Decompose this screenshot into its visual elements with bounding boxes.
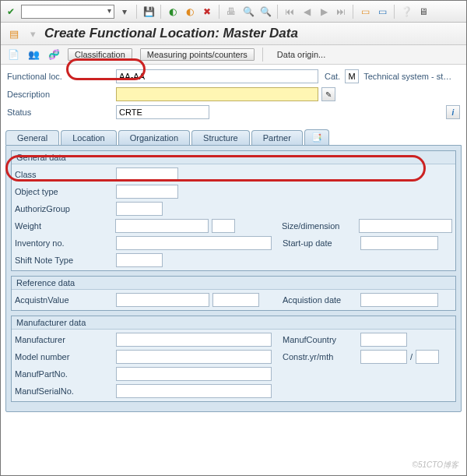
app-icon: ▤	[7, 26, 21, 41]
acq-value-input[interactable]	[116, 293, 209, 307]
size-dim-label: Size/dimension	[282, 221, 359, 231]
acq-date-input[interactable]	[360, 293, 438, 307]
constr-month-input[interactable]	[416, 350, 439, 364]
back-icon[interactable]: ◐	[166, 5, 180, 19]
network-icon[interactable]: 🧬	[47, 48, 60, 61]
print-icon: 🖶	[224, 5, 238, 19]
separator	[277, 5, 278, 19]
manufacturer-input[interactable]	[116, 333, 272, 347]
users-icon[interactable]: 👥	[27, 48, 40, 61]
find-next-icon: 🔍	[258, 5, 272, 19]
status-input[interactable]	[116, 105, 209, 119]
manuf-country-label: ManufCountry	[283, 335, 360, 344]
measuring-points-button[interactable]: Measuring points/counters	[140, 48, 255, 61]
manuf-serial-label: ManufSerialNo.	[15, 386, 116, 396]
save-icon[interactable]: 💾	[142, 5, 156, 19]
description-label: Description	[7, 90, 116, 99]
group-title: General data	[12, 151, 455, 164]
start-up-label: Start-up date	[283, 238, 360, 248]
object-type-input[interactable]	[116, 185, 178, 199]
manuf-serial-input[interactable]	[116, 384, 272, 398]
separator	[136, 5, 137, 19]
separator	[160, 5, 161, 19]
shift-note-input[interactable]	[116, 253, 163, 267]
tab-partner[interactable]: Partner	[251, 130, 303, 145]
separator	[394, 5, 395, 19]
manuf-country-input[interactable]	[360, 333, 407, 347]
authoriz-group-label: AuthorizGroup	[15, 204, 116, 213]
status-label: Status	[7, 108, 116, 117]
acq-date-label: Acquistion date	[283, 295, 360, 305]
manufacturer-label: Manufacturer	[15, 335, 116, 344]
new-session-icon[interactable]: ▭	[358, 5, 372, 19]
slash: /	[410, 352, 413, 361]
func-loc-input[interactable]	[116, 69, 318, 83]
constr-year-input[interactable]	[360, 350, 407, 364]
tab-body: General data Class Object type AuthorizG…	[5, 145, 462, 412]
model-number-label: Model number	[15, 352, 116, 361]
data-origin-button[interactable]: Data origin...	[271, 49, 332, 60]
document-icon[interactable]: 📄	[7, 48, 19, 61]
page-title: Create Functional Location: Master Data	[44, 26, 298, 41]
header-area: Functional loc. Cat. Technical system - …	[1, 65, 466, 123]
category-label: Cat.	[325, 72, 340, 81]
object-type-label: Object type	[15, 187, 116, 196]
acq-value-label: AcquistnValue	[15, 295, 116, 305]
inventory-no-input[interactable]	[116, 236, 272, 250]
separator	[262, 48, 263, 62]
next-page-icon: ▶	[317, 5, 331, 19]
class-input[interactable]	[116, 167, 178, 182]
shortcut-icon[interactable]: ▭	[375, 5, 389, 19]
exit-icon[interactable]: ◐	[183, 5, 197, 19]
prev-page-icon: ◀	[300, 5, 314, 19]
start-up-input[interactable]	[360, 236, 438, 250]
description-input[interactable]	[116, 87, 318, 101]
group-title: Manufacturer data	[12, 316, 455, 330]
menu-icon: ▾	[26, 26, 40, 41]
weight-input[interactable]	[115, 219, 209, 233]
inventory-no-label: Inventory no.	[15, 238, 116, 248]
category-input[interactable]	[345, 69, 359, 83]
watermark: ©51CTO博客	[413, 460, 458, 471]
separator	[219, 5, 219, 19]
func-loc-label: Functional loc.	[7, 72, 116, 81]
accept-icon[interactable]: ✔	[4, 5, 18, 19]
category-text: Technical system - st…	[363, 72, 451, 81]
classification-button[interactable]: Classification	[68, 48, 132, 61]
help-icon[interactable]: ❔	[399, 5, 413, 19]
class-label: Class	[15, 170, 116, 179]
status-info-button[interactable]: i	[446, 105, 460, 119]
authoriz-group-input[interactable]	[116, 202, 163, 216]
find-icon: 🔍	[241, 5, 255, 19]
first-page-icon: ⏮	[283, 5, 297, 19]
model-number-input[interactable]	[116, 350, 272, 364]
last-page-icon: ⏭	[334, 5, 348, 19]
tabstrip: General Location Organization Structure …	[1, 123, 466, 412]
main-toolbar: ✔ ▾ 💾 ◐ ◐ ✖ 🖶 🔍 🔍 ⏮ ◀ ▶ ⏭ ▭ ▭ ❔ 🖥	[1, 1, 466, 23]
separator	[353, 5, 353, 19]
tab-more-button[interactable]: 📑	[304, 129, 329, 145]
tab-location[interactable]: Location	[61, 130, 117, 145]
tab-structure[interactable]: Structure	[191, 130, 250, 145]
weight-label: Weight	[15, 221, 115, 231]
long-text-button[interactable]: ✎	[321, 87, 335, 101]
weight-unit-input[interactable]	[212, 219, 235, 233]
shift-note-label: Shift Note Type	[15, 256, 116, 265]
manuf-part-input[interactable]	[116, 367, 272, 381]
acq-currency-input[interactable]	[212, 293, 259, 307]
tab-general[interactable]: General	[5, 130, 59, 145]
manuf-part-label: ManufPartNo.	[15, 369, 116, 379]
group-general-data: General data Class Object type AuthorizG…	[11, 150, 456, 271]
group-manufacturer-data: Manufacturer data Manufacturer ManufCoun…	[11, 316, 456, 402]
constr-label: Constr.yr/mth	[283, 352, 360, 361]
title-bar: ▤ ▾ Create Functional Location: Master D…	[1, 23, 466, 45]
application-toolbar: 📄 👥 🧬 Classification Measuring points/co…	[1, 45, 466, 65]
group-reference-data: Reference data AcquistnValue Acquistion …	[11, 276, 456, 311]
size-dim-input[interactable]	[359, 219, 452, 233]
group-title: Reference data	[12, 277, 455, 290]
dropdown-history-icon[interactable]: ▾	[118, 5, 132, 19]
cancel-icon[interactable]: ✖	[200, 5, 214, 19]
tab-organization[interactable]: Organization	[118, 130, 190, 145]
layout-menu-icon[interactable]: 🖥	[416, 5, 430, 19]
command-field[interactable]	[21, 5, 114, 19]
